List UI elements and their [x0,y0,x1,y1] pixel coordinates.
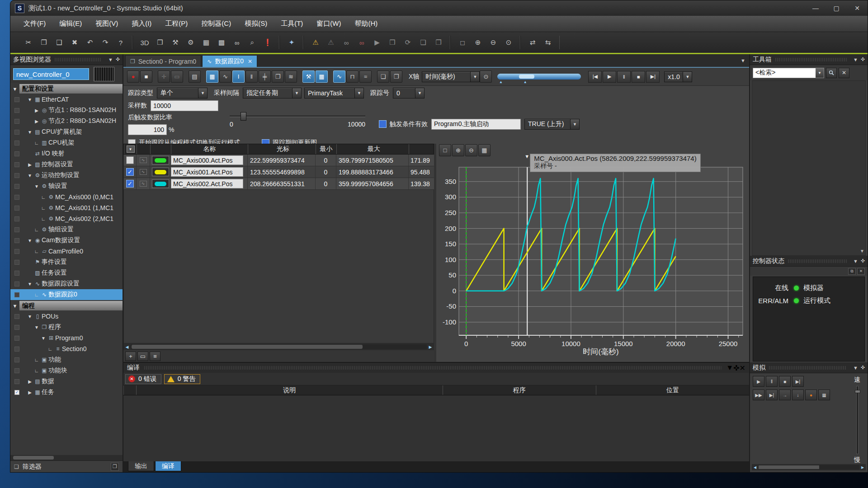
maximize-button[interactable]: ▢ [826,1,847,16]
post-trigger-slider[interactable] [230,116,365,117]
pause-button[interactable]: ‖ [617,71,631,83]
tree-item[interactable]: ∟▥CPU机架 [10,137,123,148]
tree-item[interactable]: ▼❐程序 [10,322,123,333]
go-offline-button[interactable]: ⇆ [541,36,555,49]
grid-view-button[interactable]: ▦ [206,70,218,83]
digital-chart-button[interactable]: ⊓ [346,70,359,83]
plot-enable-checkbox[interactable]: ✓ [126,180,134,188]
minimize-button[interactable]: — [805,1,826,16]
bottom-tab-编译[interactable]: 编译 [155,461,181,471]
expand-arrow-icon[interactable]: ▶ [33,108,40,113]
tab-data-trace[interactable]: ∿数据跟踪0✕ [202,55,257,67]
range-cursor-button[interactable]: ‖ [245,70,258,83]
tree-item[interactable]: ▼⚙轴设置 [10,181,123,192]
package-view-button[interactable]: ❒ [386,36,399,49]
pin-icon[interactable]: ✜ [861,365,865,371]
expand-arrow-icon[interactable]: ▼ [26,130,33,135]
menu-item[interactable]: 帮助(H) [348,16,384,32]
compare-button[interactable]: ∞ [230,36,244,49]
plot-enable-checkbox[interactable] [126,156,134,164]
trace-type-combo[interactable]: 单个 ▼ [157,88,208,99]
go-online-button[interactable]: ⇄ [526,36,539,49]
chart-select-button[interactable]: □ [439,144,451,156]
series-color-button[interactable] [152,156,169,164]
tree-section-header[interactable]: ▼配置和设置 [10,84,123,94]
redo-button[interactable]: ↷ [99,36,112,49]
x-axis-combo[interactable]: 时间(毫秒)▼ [422,71,480,82]
sim-step-button[interactable]: ▶| [792,376,804,387]
sim-record-button[interactable]: ● [805,389,817,400]
offset-cursor-button[interactable]: ╪ [259,70,271,83]
expand-arrow-icon[interactable]: ▼ [33,184,40,189]
tree-item[interactable]: ▼⚙运动控制设置 [10,170,123,181]
record-trace-button[interactable]: ● [127,70,139,83]
expand-arrow-icon[interactable]: ▶ [26,390,33,395]
variable-name-input[interactable]: MC_Axis002.Act.Pos [171,179,243,188]
undo-button[interactable]: ↶ [83,36,97,49]
close-icon[interactable]: ✕ [857,268,865,275]
task-combo[interactable]: PrimaryTask ▼ [304,88,364,99]
tab-list-button[interactable]: ▼ [741,58,745,63]
pin-icon[interactable]: ✜ [116,56,120,62]
zoom-in-button[interactable]: ⊕ [471,36,485,49]
menu-item[interactable]: 工具(T) [274,16,310,32]
time-range-slider[interactable]: ▲▲ [497,74,581,80]
add-variable-button[interactable]: + [125,352,136,361]
copy-button[interactable]: ❐ [37,36,51,49]
samples-input[interactable]: 10000 [151,100,218,111]
tree-item[interactable]: ▼⊞Program0 [10,333,123,343]
chart-plot[interactable]: -100-50050100150200250300350050001000015… [436,156,747,360]
search-close-button[interactable]: ✕ [839,68,849,78]
post-trigger-input[interactable]: 100 [128,124,167,135]
tree-item[interactable]: ∟⚙MC_Axis002 (2,MC1 [10,213,123,224]
trigger-enable-checkbox[interactable] [379,120,387,128]
scroll-down-icon[interactable]: ▼ [860,249,864,253]
expand-arrow-icon[interactable]: ▼ [26,314,33,319]
menu-item[interactable]: 视图(V) [89,16,125,32]
build-controller-button[interactable]: ⚒ [169,36,182,49]
tree-item[interactable]: ∟▣功能块 [10,365,123,376]
series-color-button[interactable] [152,179,169,188]
collapse-icon[interactable]: ▼ [726,364,733,372]
collapse-icon[interactable]: ▼ [853,258,858,264]
collapse-icon[interactable]: ▼ [853,365,858,371]
tree-item[interactable]: ▼∿数据跟踪设置 [10,278,123,289]
expand-arrow-icon[interactable]: ▼ [26,97,33,102]
tree-item[interactable]: ✓▶▦任务 [10,387,123,398]
capture-button[interactable]: ▭ [137,352,148,361]
trace-no-combo[interactable]: 0 ▼ [393,88,425,99]
sim-run-button[interactable]: ▶ [753,376,764,387]
legend-button[interactable]: ▤ [189,70,201,83]
menu-item[interactable]: 文件(F) [17,16,52,32]
cursor-marker-icon[interactable]: ▼ [524,154,529,159]
delete-button[interactable]: ✖ [68,36,81,49]
column-options[interactable]: ▼ [124,144,137,154]
sim-stop-button[interactable]: ■ [779,376,791,387]
scroll-right-icon[interactable]: ▶ [859,465,866,469]
line-view-button[interactable]: ∿ [219,70,231,83]
sim-ff-button[interactable]: ▶▶ [753,389,764,400]
collapse-icon[interactable]: ▼ [108,57,113,62]
stop-trace-button[interactable]: ■ [140,70,152,83]
interval-combo[interactable]: 指定任务期 ▼ [243,88,302,99]
filter-expand-button[interactable]: ❐ [111,463,119,471]
pin-icon[interactable]: ✜ [733,364,739,372]
tree-item[interactable]: ∟⚙MC_Axis000 (0,MC1 [10,192,123,202]
tree-item[interactable]: ▶▤数据 [10,376,123,387]
transfer-button[interactable]: ▩ [215,36,228,49]
expand-arrow-icon[interactable]: ▼ [26,238,33,243]
errors-chip[interactable]: ✕ 0 错误 [125,374,161,384]
zoom-select-button[interactable]: □ [456,36,469,49]
tree-item[interactable]: ∟▣功能 [10,354,123,365]
abort-button[interactable]: ❗ [261,36,274,49]
trace-settings-button[interactable]: ⚒ [302,70,315,83]
monitor-button[interactable]: ▦ [199,36,213,49]
warning-off-button[interactable]: ⚠ [324,36,338,49]
copy-graph-button[interactable]: ❐ [272,70,284,83]
sim-step-in-button[interactable]: ▶| [766,389,778,400]
run-mode-button[interactable]: ▶ [370,36,384,49]
tree-item[interactable]: ∟▱CamProfile0 [10,246,123,257]
tree-item[interactable]: ▼▤CPU/扩展机架 [10,127,123,137]
table-view-button[interactable]: ▦ [316,70,328,83]
pin-icon[interactable]: ✜ [861,56,865,62]
